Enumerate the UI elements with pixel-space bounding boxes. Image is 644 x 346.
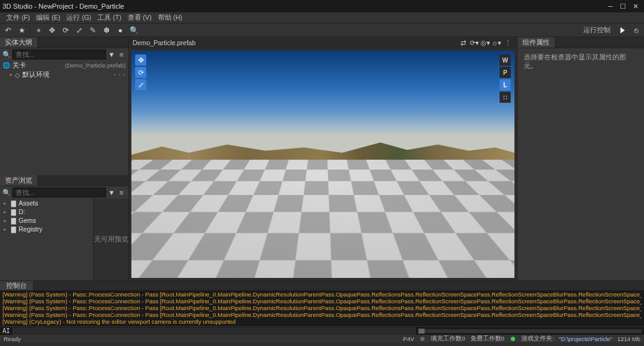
status-ready: Ready bbox=[4, 335, 20, 342]
asset-browser: 资产浏览 🔍 ▼ ≡ ▸▇Assets ▸▇D: ▸▇Gems ▸▇Regist… bbox=[0, 175, 128, 280]
viewport-mode-grid-icon[interactable]: ∷ bbox=[500, 92, 511, 103]
viewport-icon-a[interactable]: ⇄ bbox=[458, 38, 468, 48]
asset-folder-gems[interactable]: ▸▇Gems bbox=[0, 216, 93, 225]
maximize-button[interactable]: ☐ bbox=[617, 1, 629, 12]
tool-select-icon[interactable]: ⌖ bbox=[33, 25, 44, 36]
asset-search-input[interactable] bbox=[12, 188, 106, 197]
tool-undo-icon[interactable]: ↶ bbox=[2, 25, 14, 36]
left-panel: 实体大纲 🔍 ▼ ≡ 🌐 关卡 (Demo_Particle.prefab) ▸… bbox=[0, 37, 129, 280]
console-output[interactable]: [Warning] (Pass System) - Pass::ProcessC… bbox=[0, 290, 644, 326]
menu-file[interactable]: 文件 (F) bbox=[4, 14, 32, 22]
title-bar: 3D Studio - NewProject - Demo_Particle ─… bbox=[0, 0, 644, 12]
console-input[interactable] bbox=[12, 327, 416, 335]
close-button[interactable]: ✕ bbox=[629, 1, 642, 12]
outliner-root-row[interactable]: 🌐 关卡 (Demo_Particle.prefab) bbox=[0, 61, 128, 70]
status-dot-green-icon bbox=[511, 337, 515, 341]
viewport-title: Demo_Particle.prefab bbox=[133, 39, 457, 46]
folder-icon: ▇ bbox=[11, 226, 16, 233]
preview-message: 无可用预览 bbox=[94, 235, 128, 244]
menu-help[interactable]: 帮助 (H) bbox=[156, 14, 185, 22]
asset-tree: ▸▇Assets ▸▇D: ▸▇Gems ▸▇Registry bbox=[0, 199, 93, 280]
outliner-tab[interactable]: 实体大纲 bbox=[0, 37, 38, 48]
asset-browser-tab[interactable]: 资产浏览 bbox=[0, 175, 38, 186]
console-input-row: AI bbox=[0, 326, 644, 335]
viewport-mode-p[interactable]: P bbox=[500, 67, 511, 78]
filter-icon[interactable]: ▼ bbox=[107, 50, 116, 59]
asset-folder-assets[interactable]: ▸▇Assets bbox=[0, 199, 93, 207]
inspector-panel: 组件属性 选择要在检查器中显示其属性的图元。 bbox=[517, 37, 644, 280]
status-dot-icon bbox=[420, 337, 425, 341]
viewport-icon-d[interactable]: ☼▾ bbox=[492, 38, 501, 48]
tool-pen-icon[interactable]: ✎ bbox=[87, 25, 99, 36]
viewport-icon-c[interactable]: ◎▾ bbox=[480, 38, 490, 48]
asset-folder-d[interactable]: ▸▇D: bbox=[0, 207, 93, 216]
status-fill-jobs: 填充工作数0 bbox=[431, 335, 465, 343]
outliner-search-input[interactable] bbox=[12, 50, 106, 59]
outliner-child-row[interactable]: ▸ ◇ 默认环境 • • • bbox=[0, 70, 128, 79]
viewport-tool-expand-icon[interactable]: ⤢ bbox=[135, 79, 146, 90]
list-icon[interactable]: ≡ bbox=[117, 50, 126, 59]
status-memory: 1214 Mb bbox=[617, 335, 640, 342]
console-line: [Warning] (Pass System) - Pass::ProcessC… bbox=[2, 292, 642, 298]
viewport-mode-w[interactable]: W bbox=[500, 54, 511, 66]
center-panel: Demo_Particle.prefab ⇄ ⟳▾ ◎▾ ☼▾ ⋮ ✥ ⟳ ⤢ … bbox=[129, 37, 517, 280]
tool-rotate-icon[interactable]: ⟳ bbox=[60, 25, 71, 36]
viewport-tool-rotate-icon[interactable]: ⟳ bbox=[135, 67, 146, 78]
viewport-mode-l[interactable]: L bbox=[500, 79, 511, 90]
tool-move-icon[interactable]: ✥ bbox=[46, 25, 58, 36]
viewport[interactable]: ✥ ⟳ ⤢ W P L ∷ Z Y X bbox=[131, 51, 514, 278]
outliner-row-indicator-icon: • • • bbox=[114, 72, 126, 78]
menu-bar: 文件 (F) 编辑 (E) 运行 (G) 工具 (T) 查看 (V) 帮助 (H… bbox=[0, 12, 644, 24]
status-bar: Ready P4V 填充工作数0 免费工作数0 游戏文件夹: "D:\proje… bbox=[0, 335, 644, 342]
main-toolbar: ↶ ★ ⌖ ✥ ⟳ ⤢ ✎ ✽ ● 🔍 运行控制 ⎋ bbox=[0, 24, 644, 37]
viewport-tab-bar: Demo_Particle.prefab ⇄ ⟳▾ ◎▾ ☼▾ ⋮ bbox=[129, 37, 517, 48]
tool-cart-icon[interactable]: ⎋ bbox=[630, 25, 642, 36]
tool-brush-icon[interactable]: ✽ bbox=[101, 25, 112, 36]
asset-folder-registry[interactable]: ▸▇Registry bbox=[0, 225, 93, 233]
status-free-jobs: 免费工作数0 bbox=[470, 335, 505, 343]
play-button[interactable] bbox=[617, 25, 628, 36]
viewport-icon-e[interactable]: ⋮ bbox=[503, 38, 513, 48]
menu-tools[interactable]: 工具 (T) bbox=[95, 14, 123, 22]
search-icon: 🔍 bbox=[2, 188, 11, 197]
status-path: "D:\projects\Particle" bbox=[559, 335, 612, 342]
console-line: [Warning] (Pass System) - Pass::ProcessC… bbox=[2, 312, 642, 319]
folder-icon: ▇ bbox=[11, 200, 16, 207]
search-icon: 🔍 bbox=[2, 50, 11, 59]
outliner-root-file: (Demo_Particle.prefab) bbox=[65, 62, 126, 69]
menu-edit[interactable]: 编辑 (E) bbox=[33, 14, 63, 22]
console-line: [Warning] (Pass System) - Pass::ProcessC… bbox=[2, 298, 642, 305]
globe-icon: 🌐 bbox=[2, 62, 10, 69]
inspector-tab[interactable]: 组件属性 bbox=[518, 37, 555, 48]
outliner-child-label: 默认环境 bbox=[22, 71, 112, 79]
tool-search-icon[interactable]: 🔍 bbox=[128, 25, 139, 36]
asset-preview: 无可用预览 bbox=[93, 199, 128, 280]
axis-gizmo: Z Y X bbox=[144, 241, 169, 266]
tool-scale-icon[interactable]: ⤢ bbox=[74, 25, 85, 36]
console-tab[interactable]: 控制台 bbox=[0, 281, 33, 290]
folder-icon: ▇ bbox=[11, 209, 16, 215]
folder-icon: ▇ bbox=[11, 217, 16, 224]
minimize-button[interactable]: ─ bbox=[604, 1, 617, 12]
console-line: [Warning] (Pass System) - Pass::ProcessC… bbox=[2, 305, 642, 312]
scene-sphere bbox=[314, 192, 332, 209]
tool-redo-icon[interactable]: ★ bbox=[16, 25, 27, 36]
menu-run[interactable]: 运行 (G) bbox=[64, 14, 94, 22]
viewport-icon-b[interactable]: ⟳▾ bbox=[469, 38, 479, 48]
app-title: 3D Studio - NewProject - Demo_Particle bbox=[2, 2, 604, 10]
run-control-label: 运行控制 bbox=[580, 26, 614, 35]
console-prompt: AI bbox=[2, 327, 10, 334]
tool-circle-icon[interactable]: ● bbox=[115, 25, 126, 36]
status-path-label: 游戏文件夹: bbox=[521, 335, 554, 343]
chevron-icon: ▸ bbox=[10, 72, 12, 77]
filter-icon[interactable]: ▼ bbox=[107, 188, 116, 197]
console-scroll-track[interactable] bbox=[418, 329, 642, 333]
entity-icon: ◇ bbox=[15, 71, 20, 79]
outliner-tab-bar: 实体大纲 bbox=[0, 37, 128, 48]
viewport-tool-translate-icon[interactable]: ✥ bbox=[135, 54, 146, 66]
status-p4v[interactable]: P4V bbox=[403, 335, 414, 342]
menu-view[interactable]: 查看 (V) bbox=[125, 14, 154, 22]
inspector-message: 选择要在检查器中显示其属性的图元。 bbox=[518, 48, 644, 76]
outliner-root-label: 关卡 bbox=[12, 61, 63, 70]
list-icon[interactable]: ≡ bbox=[117, 188, 126, 197]
